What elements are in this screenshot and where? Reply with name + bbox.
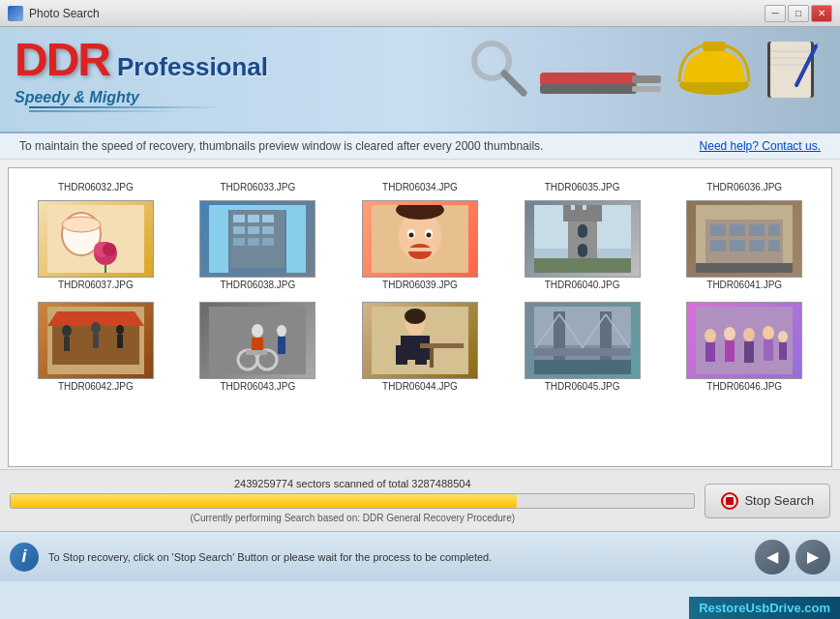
- svg-rect-62: [710, 240, 726, 251]
- progress-info: 2439259774 sectors scanned of total 3287…: [10, 478, 695, 523]
- info-message: To maintain the speed of recovery, thumb…: [19, 139, 543, 153]
- thumbnail-grid-wrapper[interactable]: THDR06032.JPG THDR06033.JPG THDR06034.JP…: [8, 167, 832, 467]
- thumbnail-row-2: THDR06037.JPG: [16, 196, 824, 294]
- svg-rect-71: [64, 337, 70, 351]
- thumbnail-image: [199, 302, 315, 379]
- list-item[interactable]: THDR06041.JPG: [665, 196, 824, 294]
- brand-ddr: DDR: [15, 37, 109, 83]
- svg-line-2: [504, 74, 524, 93]
- list-item[interactable]: THDR06040.JPG: [503, 196, 662, 294]
- stop-inner: [726, 497, 734, 505]
- thumbnail-row-1-labels: THDR06032.JPG THDR06033.JPG THDR06034.JP…: [16, 176, 824, 196]
- svg-rect-63: [730, 240, 745, 251]
- progress-section: 2439259774 sectors scanned of total 3287…: [0, 469, 840, 531]
- svg-rect-66: [696, 263, 793, 273]
- close-button[interactable]: ✕: [811, 5, 832, 22]
- svg-rect-28: [262, 215, 274, 222]
- list-item[interactable]: THDR06043.JPG: [179, 298, 338, 396]
- status-message: To Stop recovery, click on 'Stop Search'…: [48, 551, 745, 563]
- app-icon: [8, 6, 23, 21]
- svg-rect-27: [248, 215, 259, 222]
- svg-point-107: [743, 328, 755, 341]
- svg-rect-90: [420, 343, 464, 348]
- stop-button-label: Stop Search: [744, 493, 814, 508]
- thumb-filename: THDR06034.JPG: [382, 182, 458, 192]
- svg-rect-112: [779, 342, 787, 360]
- thumb-filename: THDR06044.JPG: [382, 381, 458, 392]
- svg-point-82: [277, 325, 286, 337]
- svg-rect-108: [744, 341, 754, 363]
- svg-point-72: [91, 322, 101, 334]
- back-button[interactable]: ◀: [755, 540, 790, 575]
- list-item[interactable]: THDR06033.JPG: [179, 176, 338, 196]
- svg-rect-100: [534, 348, 631, 356]
- list-item[interactable]: THDR06045.JPG: [503, 298, 662, 396]
- thumbnail-row-3: THDR06042.JPG: [16, 298, 824, 396]
- status-bar: i To Stop recovery, click on 'Stop Searc…: [0, 531, 840, 581]
- svg-rect-33: [248, 238, 259, 246]
- svg-point-70: [62, 325, 72, 337]
- progress-bar-fill: [11, 494, 517, 508]
- thumb-filename: THDR06037.JPG: [58, 280, 134, 290]
- thumb-filename: THDR06035.JPG: [545, 182, 620, 192]
- svg-rect-52: [578, 224, 587, 238]
- svg-rect-75: [117, 335, 123, 348]
- svg-rect-73: [93, 334, 99, 348]
- svg-rect-110: [764, 339, 773, 361]
- window-title: Photo Search: [29, 7, 100, 20]
- svg-point-42: [408, 233, 413, 238]
- thumbnail-image: [362, 200, 478, 278]
- svg-point-105: [724, 327, 735, 340]
- list-item[interactable]: THDR06036.JPG: [665, 176, 824, 196]
- stop-icon: [721, 492, 738, 510]
- thumbnail-image: [525, 302, 641, 379]
- svg-point-103: [705, 329, 716, 342]
- svg-rect-48: [563, 205, 571, 215]
- thumb-filename: THDR06045.JPG: [545, 381, 620, 392]
- svg-rect-58: [710, 224, 726, 236]
- svg-point-18: [62, 217, 101, 232]
- forward-button[interactable]: ▶: [795, 540, 830, 575]
- svg-rect-34: [262, 238, 274, 246]
- svg-rect-4: [632, 75, 661, 83]
- thumb-filename: THDR06032.JPG: [58, 182, 134, 192]
- svg-rect-64: [749, 240, 765, 251]
- list-item[interactable]: THDR06037.JPG: [16, 196, 175, 294]
- minimize-button[interactable]: ─: [765, 5, 786, 22]
- title-bar: Photo Search ─ □ ✕: [0, 0, 840, 27]
- list-item[interactable]: THDR06044.JPG: [341, 298, 499, 396]
- svg-rect-81: [246, 350, 267, 355]
- tagline: Speedy & Mighty: [15, 89, 139, 105]
- list-item[interactable]: THDR06038.JPG: [179, 196, 338, 294]
- main-content: THDR06032.JPG THDR06033.JPG THDR06034.JP…: [0, 160, 840, 469]
- svg-rect-83: [278, 337, 285, 354]
- help-link[interactable]: Need help? Contact us.: [700, 139, 821, 153]
- list-item[interactable]: THDR06039.JPG: [341, 196, 499, 294]
- svg-point-79: [252, 324, 263, 338]
- progress-text: 2439259774 sectors scanned of total 3287…: [10, 478, 695, 489]
- stop-search-button[interactable]: Stop Search: [705, 484, 830, 518]
- svg-point-74: [116, 325, 124, 335]
- brand-professional: Professional: [117, 52, 268, 82]
- svg-rect-8: [703, 42, 726, 51]
- thumb-filename: THDR06033.JPG: [220, 182, 295, 192]
- list-item[interactable]: THDR06034.JPG: [341, 176, 499, 196]
- list-item[interactable]: THDR06035.JPG: [503, 176, 662, 196]
- list-item[interactable]: THDR06046.JPG: [665, 298, 824, 396]
- watermark: RestoreUsbDrive.com: [689, 597, 840, 619]
- svg-rect-26: [233, 215, 245, 222]
- book-icon: [763, 37, 821, 100]
- list-item[interactable]: THDR06032.JPG: [16, 176, 175, 196]
- progress-subtext: (Currently performing Search based on: D…: [10, 513, 695, 523]
- maximize-button[interactable]: □: [788, 5, 809, 22]
- svg-rect-93: [534, 307, 631, 345]
- thumbnail-image: [38, 200, 154, 278]
- thumbnail-image: [525, 200, 641, 278]
- thumb-filename: THDR06040.JPG: [545, 280, 620, 290]
- svg-rect-3: [540, 73, 637, 86]
- svg-rect-65: [768, 240, 780, 251]
- magnifier-icon: [467, 37, 530, 100]
- list-item[interactable]: THDR06042.JPG: [16, 298, 175, 396]
- logo: DDR Professional Speedy & Mighty: [15, 37, 268, 106]
- info-icon: i: [10, 543, 39, 572]
